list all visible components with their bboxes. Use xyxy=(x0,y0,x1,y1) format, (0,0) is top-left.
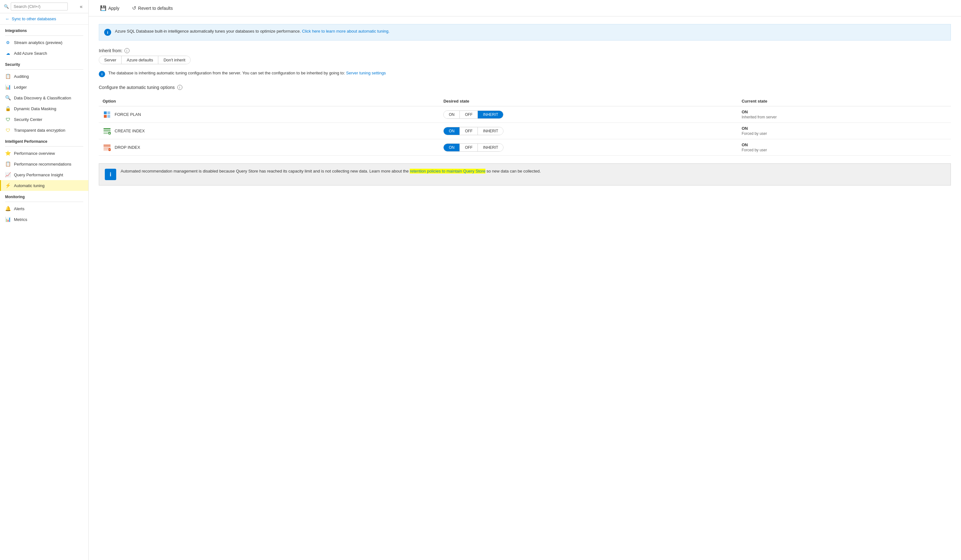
sidebar-item-performance-overview[interactable]: ⭐ Performance overview xyxy=(0,148,88,159)
configure-info-icon[interactable]: i xyxy=(177,85,182,90)
sidebar-item-label: Data Discovery & Classification xyxy=(14,96,71,100)
create-index-icon xyxy=(103,127,111,135)
section-label-security: Security xyxy=(0,59,88,68)
sidebar-item-label: Performance overview xyxy=(14,151,55,156)
create-index-on-btn[interactable]: ON xyxy=(444,127,460,135)
sidebar-item-stream-analytics[interactable]: ⚙ Stream analytics (preview) xyxy=(0,37,88,48)
sidebar-item-metrics[interactable]: 📊 Metrics xyxy=(0,214,88,225)
create-index-toggle-group: ON OFF INHERIT xyxy=(443,127,503,135)
create-index-off-btn[interactable]: OFF xyxy=(460,127,478,135)
svg-rect-2 xyxy=(104,115,107,118)
drop-index-inherit-btn[interactable]: INHERIT xyxy=(478,144,503,151)
warning-icon: i xyxy=(105,169,116,180)
sidebar-item-transparent-encryption[interactable]: 🛡 Transparent data encryption xyxy=(0,125,88,135)
table-header-row: Option Desired state Current state xyxy=(99,96,951,106)
force-plan-icon xyxy=(103,110,111,119)
sidebar-item-automatic-tuning[interactable]: ⚡ Automatic tuning xyxy=(0,180,88,191)
sidebar-item-label: Metrics xyxy=(14,217,27,222)
sidebar-item-ledger[interactable]: 📊 Ledger xyxy=(0,82,88,92)
collapse-button[interactable]: « xyxy=(78,3,85,10)
force-plan-option-cell: FORCE PLAN xyxy=(103,110,436,119)
sidebar-item-query-performance-insight[interactable]: 📈 Query Performance Insight xyxy=(0,169,88,180)
info-banner: i Azure SQL Database built-in intelligen… xyxy=(99,24,951,40)
column-option: Option xyxy=(99,96,439,106)
drop-index-icon xyxy=(103,143,111,152)
svg-rect-7 xyxy=(104,133,108,134)
drop-index-current-state: ON Forced by user xyxy=(742,143,947,152)
sidebar-item-label: Dynamic Data Masking xyxy=(14,106,56,111)
warning-text: Automated recommendation management is d… xyxy=(121,169,541,173)
sidebar-item-security-center[interactable]: 🛡 Security Center xyxy=(0,114,88,125)
server-tuning-settings-link[interactable]: Server tuning settings xyxy=(346,71,386,75)
sidebar-item-add-azure-search[interactable]: ☁ Add Azure Search xyxy=(0,48,88,59)
sidebar-item-performance-recommendations[interactable]: 📋 Performance recommendations xyxy=(0,159,88,169)
inherit-info-icon[interactable]: i xyxy=(124,48,130,53)
sidebar-item-label: Ledger xyxy=(14,85,27,90)
sidebar-item-alerts[interactable]: 🔔 Alerts xyxy=(0,203,88,214)
sidebar-item-label: Performance recommendations xyxy=(14,162,71,167)
force-plan-label: FORCE PLAN xyxy=(115,112,141,117)
sidebar-item-label: Add Azure Search xyxy=(14,51,47,56)
revert-icon: ↺ xyxy=(132,5,136,11)
performance-recommendations-icon: 📋 xyxy=(5,161,11,167)
force-plan-off-btn[interactable]: OFF xyxy=(460,111,478,119)
learn-more-link[interactable]: Click here to learn more about automatic… xyxy=(302,29,390,34)
sidebar-item-data-discovery[interactable]: 🔍 Data Discovery & Classification xyxy=(0,92,88,103)
warning-banner: i Automated recommendation management is… xyxy=(99,163,951,186)
sidebar-item-label: Automatic tuning xyxy=(14,183,45,188)
force-plan-on-btn[interactable]: ON xyxy=(444,111,460,119)
automatic-tuning-icon: ⚡ xyxy=(5,183,11,188)
svg-rect-1 xyxy=(107,111,110,114)
divider xyxy=(5,69,83,70)
sidebar-item-label: Stream analytics (preview) xyxy=(14,40,63,45)
svg-rect-11 xyxy=(104,144,111,146)
drop-index-option-cell: DROP INDEX xyxy=(103,143,436,152)
sidebar-item-label: Auditing xyxy=(14,74,29,79)
sidebar-item-label: Alerts xyxy=(14,206,24,211)
section-label-intelligent-performance: Intelligent Performance xyxy=(0,135,88,145)
inherit-note: i The database is inheriting automatic t… xyxy=(99,71,951,77)
sidebar-section-monitoring: Monitoring 🔔 Alerts 📊 Metrics xyxy=(0,191,88,225)
drop-index-off-btn[interactable]: OFF xyxy=(460,144,478,151)
force-plan-inherit-btn[interactable]: INHERIT xyxy=(478,111,503,119)
divider xyxy=(5,35,83,36)
create-index-current-state: ON Forced by user xyxy=(742,126,947,136)
svg-rect-12 xyxy=(104,146,111,147)
create-index-option-cell: CREATE INDEX xyxy=(103,127,436,135)
force-plan-toggle-group: ON OFF INHERIT xyxy=(443,111,503,119)
create-index-inherit-btn[interactable]: INHERIT xyxy=(478,127,503,135)
performance-overview-icon: ⭐ xyxy=(5,150,11,156)
inherit-option-server[interactable]: Server xyxy=(99,56,122,64)
apply-button[interactable]: 💾 Apply xyxy=(95,3,124,13)
table-row: FORCE PLAN ON OFF INHERIT ON Inher xyxy=(99,106,951,123)
search-input[interactable] xyxy=(11,3,68,10)
info-icon: i xyxy=(104,29,111,36)
alerts-icon: 🔔 xyxy=(5,206,11,212)
inherit-option-dont-inherit[interactable]: Don't inherit xyxy=(158,56,190,64)
sidebar-section-intelligent-performance: Intelligent Performance ⭐ Performance ov… xyxy=(0,135,88,191)
inherit-from-section: Inherit from: i Server Azure defaults Do… xyxy=(99,48,951,64)
drop-index-on-btn[interactable]: ON xyxy=(444,144,460,151)
revert-button[interactable]: ↺ Revert to defaults xyxy=(127,3,178,13)
sidebar-item-auditing[interactable]: 📋 Auditing xyxy=(0,71,88,82)
ledger-icon: 📊 xyxy=(5,84,11,90)
retention-policies-link[interactable]: retention policies to maintain Query Sto… xyxy=(410,169,485,173)
sync-to-other-databases[interactable]: ↔ Sync to other databases xyxy=(0,13,88,25)
table-row: CREATE INDEX ON OFF INHERIT ON For xyxy=(99,123,951,139)
add-azure-search-icon: ☁ xyxy=(5,50,11,56)
metrics-icon: 📊 xyxy=(5,217,11,222)
section-label-monitoring: Monitoring xyxy=(0,191,88,201)
transparent-encryption-icon: 🛡 xyxy=(5,127,11,133)
configure-title: Configure the automatic tuning options xyxy=(99,85,175,90)
force-plan-current-state: ON Inherited from server xyxy=(742,109,947,119)
svg-rect-14 xyxy=(104,149,108,150)
column-current-state: Current state xyxy=(738,96,951,106)
page-content: i Azure SQL Database built-in intelligen… xyxy=(88,16,961,560)
configure-header: Configure the automatic tuning options i xyxy=(99,85,951,90)
drop-index-label: DROP INDEX xyxy=(115,145,140,150)
sidebar-item-dynamic-data-masking[interactable]: 🔒 Dynamic Data Masking xyxy=(0,103,88,114)
sidebar-section-security: Security 📋 Auditing 📊 Ledger 🔍 Data Disc… xyxy=(0,59,88,135)
sidebar-item-label: Security Center xyxy=(14,117,42,122)
inherit-option-azure-defaults[interactable]: Azure defaults xyxy=(122,56,158,64)
auditing-icon: 📋 xyxy=(5,74,11,79)
